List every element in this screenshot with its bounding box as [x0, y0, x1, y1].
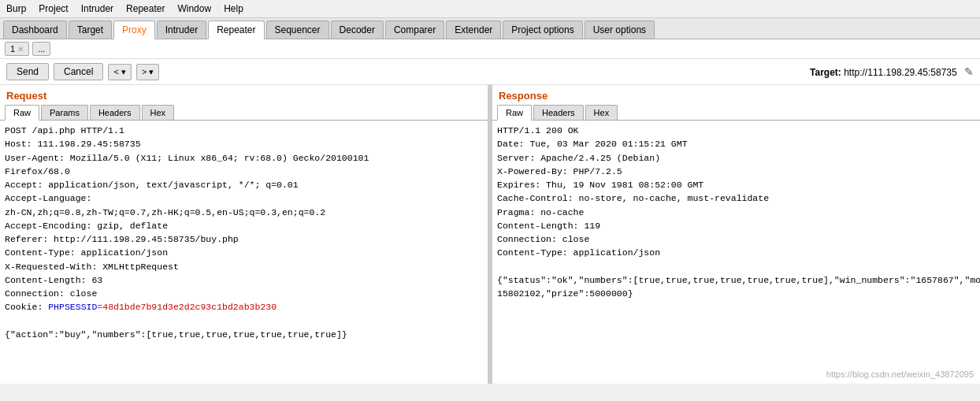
tab-project-options[interactable]: Project options [503, 20, 582, 39]
response-tab-raw[interactable]: Raw [497, 105, 532, 121]
request-tab-raw[interactable]: Raw [5, 105, 39, 121]
send-button[interactable]: Send [6, 63, 49, 80]
request-body: {"action":"buy","numbers":[true,true,tru… [5, 329, 347, 340]
request-tab-bar: Raw Params Headers Hex [0, 105, 488, 121]
nav-back-dropdown: ▾ [121, 67, 126, 76]
response-content[interactable]: HTTP/1.1 200 OK Date: Tue, 03 Mar 2020 0… [492, 121, 980, 384]
response-tab-bar: Raw Headers Hex [492, 105, 980, 121]
tab-user-options[interactable]: User options [585, 20, 655, 39]
menu-bar: Burp Project Intruder Repeater Window He… [0, 0, 980, 18]
nav-forward-dropdown: ▾ [149, 67, 154, 76]
panels: Request Raw Params Headers Hex POST /api… [0, 85, 980, 384]
num-tab-label: 1 [10, 44, 15, 54]
request-tab-params[interactable]: Params [41, 105, 88, 120]
request-content[interactable]: POST /api.php HTTP/1.1 Host: 111.198.29.… [0, 121, 488, 384]
menu-project[interactable]: Project [35, 2, 71, 16]
response-tab-hex[interactable]: Hex [585, 105, 618, 120]
watermark: https://blog.csdn.net/weixin_43872095 [826, 368, 974, 381]
num-tab-close[interactable]: ✕ [17, 45, 24, 54]
response-title: Response [492, 85, 980, 105]
tab-intruder[interactable]: Intruder [157, 20, 206, 39]
num-tab-1[interactable]: 1 ✕ [5, 42, 29, 56]
num-tab-bar: 1 ✕ ... [0, 39, 980, 59]
tab-proxy[interactable]: Proxy [113, 20, 155, 39]
request-panel: Request Raw Params Headers Hex POST /api… [0, 85, 488, 384]
nav-forward-button[interactable]: > ▾ [136, 64, 160, 80]
tab-repeater[interactable]: Repeater [208, 20, 264, 39]
dots-button[interactable]: ... [32, 42, 50, 56]
request-title: Request [0, 85, 488, 105]
menu-repeater[interactable]: Repeater [123, 2, 168, 16]
target-info: Target: http://111.198.29.45:58735 ✎ [810, 65, 974, 78]
target-label: Target: [810, 67, 841, 78]
target-url: http://111.198.29.45:58735 [844, 67, 956, 78]
tab-comparer[interactable]: Comparer [385, 20, 444, 39]
toolbar: Send Cancel < ▾ > ▾ Target: http://111.1… [0, 59, 980, 85]
cancel-button[interactable]: Cancel [54, 63, 103, 80]
response-tab-headers[interactable]: Headers [533, 105, 584, 120]
cookie-value: =48d1bde7b91d3e2d2c93c1bd2ab3b230 [97, 302, 277, 312]
nav-back-label: < [113, 67, 118, 76]
menu-intruder[interactable]: Intruder [78, 2, 117, 16]
menu-burp[interactable]: Burp [3, 2, 29, 16]
nav-forward-label: > [142, 67, 147, 76]
tab-sequencer[interactable]: Sequencer [266, 20, 329, 39]
tab-decoder[interactable]: Decoder [331, 20, 384, 39]
tab-dashboard[interactable]: Dashboard [3, 20, 67, 39]
nav-back-button[interactable]: < ▾ [108, 64, 132, 80]
main-tab-bar: Dashboard Target Proxy Intruder Repeater… [0, 18, 980, 39]
request-tab-hex[interactable]: Hex [142, 105, 175, 120]
request-tab-headers[interactable]: Headers [90, 105, 140, 120]
tab-extender[interactable]: Extender [446, 20, 501, 39]
response-panel: Response Raw Headers Hex HTTP/1.1 200 OK… [492, 85, 980, 384]
edit-target-icon[interactable]: ✎ [964, 65, 974, 78]
menu-window[interactable]: Window [174, 2, 214, 16]
menu-help[interactable]: Help [221, 2, 247, 16]
tab-target[interactable]: Target [69, 20, 112, 39]
cookie-name: PHPSESSID [48, 302, 97, 312]
